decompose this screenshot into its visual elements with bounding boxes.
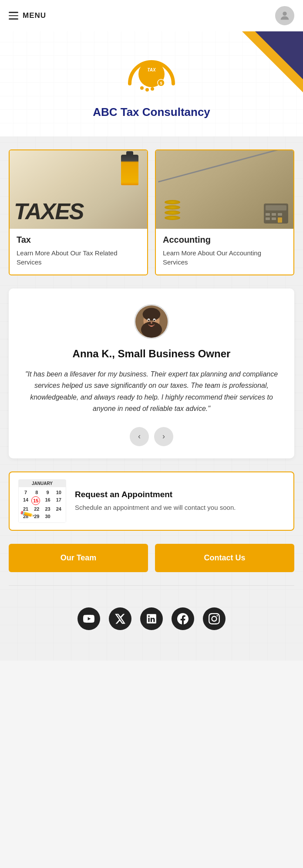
avatar-face-icon bbox=[135, 304, 168, 339]
cal-day: 9 bbox=[43, 489, 53, 496]
tax-card-desc: Learn More About Our Tax Related Service… bbox=[17, 248, 140, 267]
cal-day: 7 bbox=[20, 489, 31, 496]
service-cards: TAXES Tax Learn More About Our Tax Relat… bbox=[9, 149, 294, 275]
svg-point-0 bbox=[283, 12, 286, 16]
caliper-decoration bbox=[158, 150, 291, 183]
avatar[interactable] bbox=[275, 6, 294, 25]
testimonial-prev-button[interactable]: ‹ bbox=[130, 427, 149, 446]
cal-day bbox=[54, 513, 64, 520]
svg-rect-16 bbox=[272, 217, 276, 220]
brand-logo: TAX $ bbox=[125, 58, 178, 97]
svg-point-26 bbox=[151, 322, 152, 324]
brand-name: ABC Tax Consultancy bbox=[93, 105, 210, 119]
contact-us-button[interactable]: Contact Us bbox=[155, 544, 294, 572]
calculator-decoration bbox=[263, 203, 289, 224]
logo-container: TAX $ bbox=[125, 58, 178, 98]
social-footer bbox=[9, 599, 294, 648]
cal-day: 15 bbox=[31, 496, 40, 505]
main-section: TAXES Tax Learn More About Our Tax Relat… bbox=[0, 136, 303, 661]
accounting-card[interactable]: Accounting Learn More About Our Accounti… bbox=[155, 149, 294, 275]
svg-point-7 bbox=[140, 86, 144, 90]
appointment-text: Request an Appointment Schedule an appoi… bbox=[75, 490, 236, 512]
accounting-card-title: Accounting bbox=[163, 235, 286, 245]
cta-buttons: Our Team Contact Us bbox=[9, 544, 294, 572]
twitter-x-button[interactable] bbox=[109, 607, 131, 630]
accounting-card-desc: Learn More About Our Accounting Services bbox=[163, 248, 286, 267]
chevron-left-icon: ‹ bbox=[138, 432, 141, 441]
testimonial-name: Anna K., Small Business Owner bbox=[21, 348, 282, 360]
instagram-icon bbox=[209, 613, 220, 624]
facebook-button[interactable] bbox=[172, 607, 194, 630]
testimonial-card: Anna K., Small Business Owner "It has be… bbox=[9, 288, 294, 458]
section-divider bbox=[9, 585, 294, 586]
cal-day: 17 bbox=[54, 496, 64, 505]
linkedin-button[interactable] bbox=[140, 607, 163, 630]
testimonial-next-button[interactable]: › bbox=[154, 427, 173, 446]
cal-day: 23 bbox=[43, 505, 53, 512]
tax-card-title: Tax bbox=[17, 235, 140, 245]
cal-day: 24 bbox=[54, 505, 64, 512]
testimonial-quote: "It has been a lifesaver for my business… bbox=[21, 369, 282, 415]
chevron-right-icon: › bbox=[162, 432, 165, 441]
svg-rect-12 bbox=[266, 213, 270, 216]
tax-card-body: Tax Learn More About Our Tax Related Ser… bbox=[10, 229, 147, 275]
twitter-x-icon bbox=[114, 613, 126, 624]
appointment-image: JANUARY 7 8 9 10 14 15 16 17 21 22 23 24… bbox=[18, 479, 66, 523]
cal-day: 22 bbox=[31, 505, 42, 512]
our-team-button[interactable]: Our Team bbox=[9, 544, 148, 572]
svg-point-8 bbox=[145, 88, 149, 92]
cal-day: 16 bbox=[43, 496, 53, 505]
testimonial-avatar bbox=[134, 304, 169, 339]
instagram-button[interactable] bbox=[203, 607, 226, 630]
svg-point-9 bbox=[151, 87, 154, 91]
svg-rect-13 bbox=[272, 213, 276, 216]
appointment-card[interactable]: JANUARY 7 8 9 10 14 15 16 17 21 22 23 24… bbox=[9, 471, 294, 531]
svg-point-25 bbox=[154, 319, 155, 321]
testimonial-nav: ‹ › bbox=[21, 427, 282, 446]
facebook-icon bbox=[177, 613, 189, 624]
user-icon bbox=[279, 10, 291, 22]
svg-rect-14 bbox=[278, 213, 282, 216]
youtube-icon bbox=[83, 613, 94, 624]
svg-rect-17 bbox=[278, 217, 282, 223]
youtube-button[interactable] bbox=[77, 607, 100, 630]
hero-content: TAX $ ABC Tax Consultancy bbox=[0, 31, 303, 136]
svg-point-21 bbox=[141, 322, 162, 338]
tax-card-image: TAXES bbox=[10, 150, 147, 229]
svg-text:$: $ bbox=[160, 81, 162, 85]
appointment-desc: Schedule an appointment and we will cont… bbox=[75, 503, 236, 512]
cal-day: 8 bbox=[31, 489, 42, 496]
testimonial-avatar-image bbox=[135, 305, 168, 338]
accounting-card-body: Accounting Learn More About Our Accounti… bbox=[156, 229, 293, 275]
hero-section: TAX $ ABC Tax Consultancy bbox=[0, 31, 303, 136]
hamburger-icon bbox=[9, 12, 18, 20]
coin-stack bbox=[165, 200, 180, 220]
tax-card[interactable]: TAXES Tax Learn More About Our Tax Relat… bbox=[9, 149, 148, 275]
svg-point-24 bbox=[148, 319, 150, 321]
appointment-title: Request an Appointment bbox=[75, 490, 236, 499]
svg-text:TAX: TAX bbox=[147, 68, 156, 72]
svg-rect-11 bbox=[266, 205, 286, 210]
svg-rect-15 bbox=[266, 217, 270, 220]
linkedin-icon bbox=[146, 613, 157, 624]
accounting-card-image bbox=[156, 150, 293, 229]
bottle-decoration bbox=[121, 155, 138, 185]
taxes-stamp: TAXES bbox=[14, 198, 84, 224]
svg-point-20 bbox=[143, 308, 161, 321]
cal-day: 14 bbox=[20, 496, 31, 505]
cal-day: 10 bbox=[54, 489, 64, 496]
header: MENU bbox=[0, 0, 303, 31]
cal-day: 30 bbox=[43, 513, 53, 520]
menu-button[interactable]: MENU bbox=[9, 11, 46, 20]
menu-label: MENU bbox=[23, 11, 46, 20]
